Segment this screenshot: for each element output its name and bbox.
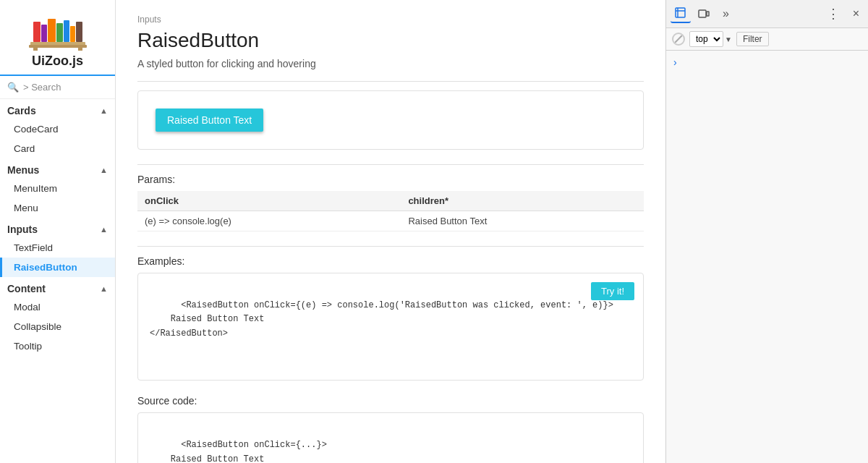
devtools-content: › <box>666 51 868 463</box>
menuitem-label: MenuItem <box>14 183 57 194</box>
sidebar: UiZoo.js 🔍 > Search Cards ▲ CodeCard Car… <box>0 0 116 463</box>
inputs-chevron-icon: ▲ <box>100 225 108 234</box>
sidebar-item-card[interactable]: Card <box>0 139 115 158</box>
sidebar-section-menus[interactable]: Menus ▲ <box>0 158 115 179</box>
params-label: Params: <box>137 174 644 185</box>
frame-select[interactable]: top <box>689 31 723 47</box>
params-table: onClick children* (e) => console.log(e) … <box>137 191 644 232</box>
svg-rect-9 <box>33 48 38 51</box>
devtools-close-button[interactable]: × <box>848 6 864 22</box>
svg-rect-8 <box>76 22 82 42</box>
content-chevron-icon: ▲ <box>100 284 108 293</box>
demo-box: Raised Button Text <box>137 90 644 150</box>
examples-section: Examples: <RaisedButton onClick={(e) => … <box>137 255 644 381</box>
raisedbutton-label: RaisedButton <box>14 262 77 273</box>
cards-chevron-icon: ▲ <box>100 106 108 115</box>
sidebar-item-raisedbutton[interactable]: RaisedButton <box>0 258 115 277</box>
svg-rect-10 <box>78 48 82 51</box>
devtools-dots-button[interactable]: ⋮ <box>821 3 846 25</box>
divider-1 <box>137 81 644 82</box>
svg-rect-4 <box>48 19 56 42</box>
app-title: UiZoo.js <box>32 54 83 69</box>
params-col-children: children* <box>401 191 644 211</box>
search-area[interactable]: 🔍 > Search <box>0 76 115 99</box>
devtools-filter-bar: top ▼ Filter <box>666 28 868 51</box>
search-label: > Search <box>23 82 61 93</box>
svg-rect-11 <box>676 8 685 17</box>
raised-button-demo[interactable]: Raised Button Text <box>156 109 263 132</box>
logo-image <box>29 9 87 51</box>
svg-rect-7 <box>70 26 75 42</box>
tooltip-label: Tooltip <box>14 341 42 352</box>
sidebar-item-menuitem[interactable]: MenuItem <box>0 179 115 198</box>
sidebar-item-textfield[interactable]: TextField <box>0 238 115 258</box>
no-entry-icon <box>672 33 685 46</box>
source-label: Source code: <box>137 395 644 407</box>
inspect-element-button[interactable] <box>671 4 691 23</box>
svg-rect-1 <box>29 45 87 48</box>
svg-rect-3 <box>41 25 47 42</box>
card-label: Card <box>14 143 35 154</box>
try-it-button[interactable]: Try it! <box>591 282 634 300</box>
sidebar-item-tooltip[interactable]: Tooltip <box>0 336 115 356</box>
codecard-label: CodeCard <box>14 124 59 135</box>
cards-section-label: Cards <box>7 105 36 116</box>
page-title: RaisedButton <box>137 29 644 52</box>
device-toggle-button[interactable] <box>694 5 714 22</box>
content-section-label: Content <box>7 283 46 294</box>
main-content: Inputs RaisedButton A styled button for … <box>116 0 665 463</box>
sidebar-section-content[interactable]: Content ▲ <box>0 277 115 297</box>
devtools-more-button[interactable]: » <box>717 4 735 23</box>
source-code: <RaisedButton onClick={...}> Raised Butt… <box>150 440 327 463</box>
filter-button[interactable]: Filter <box>736 32 769 46</box>
collapsible-label: Collapsible <box>14 321 61 332</box>
divider-3 <box>137 246 644 247</box>
page-description: A styled button for clicking and hoverin… <box>137 58 644 69</box>
menus-section-label: Menus <box>7 164 39 176</box>
sidebar-item-modal[interactable]: Modal <box>0 297 115 317</box>
params-col-onclick: onClick <box>137 191 401 211</box>
params-cell-onclick: (e) => console.log(e) <box>137 211 401 232</box>
menu-label: Menu <box>14 203 38 213</box>
expand-arrow-icon[interactable]: › <box>672 55 678 69</box>
inputs-section-label: Inputs <box>7 224 38 235</box>
sidebar-item-menu[interactable]: Menu <box>0 198 115 218</box>
modal-label: Modal <box>14 302 41 313</box>
devtools-panel: » ⋮ × top ▼ Filter › <box>665 0 868 463</box>
source-section: Source code: <RaisedButton onClick={...}… <box>137 395 644 463</box>
svg-rect-14 <box>699 10 706 17</box>
filter-select-wrap: top ▼ <box>689 31 732 47</box>
divider-2 <box>137 164 644 165</box>
svg-rect-15 <box>707 12 709 16</box>
params-row: (e) => console.log(e) Raised Button Text <box>137 211 644 232</box>
svg-rect-6 <box>64 20 69 42</box>
sidebar-section-inputs[interactable]: Inputs ▲ <box>0 218 115 238</box>
inspect-icon <box>675 7 686 19</box>
examples-code-box: <RaisedButton onClick={(e) => console.lo… <box>137 273 644 381</box>
devtools-toolbar: » ⋮ × <box>666 0 868 28</box>
logo-area: UiZoo.js <box>0 0 115 76</box>
source-code-box: <RaisedButton onClick={...}> Raised Butt… <box>137 412 644 463</box>
params-cell-children: Raised Button Text <box>401 211 644 232</box>
sidebar-section-cards[interactable]: Cards ▲ <box>0 99 115 119</box>
params-section: Params: onClick children* (e) => console… <box>137 174 644 232</box>
svg-rect-5 <box>56 23 63 42</box>
device-icon <box>698 8 710 20</box>
svg-rect-2 <box>33 22 41 42</box>
textfield-label: TextField <box>14 242 53 253</box>
search-icon: 🔍 <box>7 82 19 93</box>
examples-label: Examples: <box>137 255 644 267</box>
dropdown-arrow-icon: ▼ <box>725 35 732 43</box>
sidebar-item-collapsible[interactable]: Collapsible <box>0 317 115 336</box>
examples-code: <RaisedButton onClick={(e) => console.lo… <box>150 300 613 338</box>
breadcrumb: Inputs <box>137 14 644 25</box>
menus-chevron-icon: ▲ <box>100 166 108 174</box>
sidebar-item-codecard[interactable]: CodeCard <box>0 119 115 139</box>
